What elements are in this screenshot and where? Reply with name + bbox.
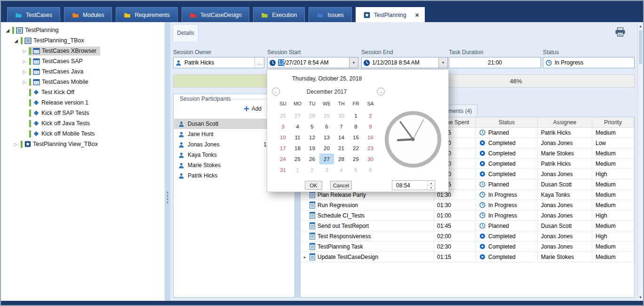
tree-item-testplanning-tbox[interactable]: ◢TestPlanning_TBox (1, 35, 165, 46)
day-cell-29[interactable]: 29 (349, 153, 363, 164)
session-end-field[interactable]: 1/12/2018 8:54 AM ▼ (361, 57, 448, 68)
day-cell-28[interactable]: 28 (305, 110, 319, 121)
tree-item-kick-off-mobile-tests[interactable]: Kick off Mobile Tests (1, 129, 165, 139)
tree-item-testcases-sap[interactable]: ▷TestCases SAP (1, 56, 165, 66)
day-cell-15[interactable]: 15 (349, 132, 363, 143)
day-cell-4[interactable]: 4 (334, 164, 349, 175)
column-header-status[interactable]: Status (476, 117, 538, 127)
spinner-down-icon[interactable]: ▼ (428, 185, 435, 190)
next-month-button[interactable]: → (377, 88, 385, 96)
collapsed-arrow-icon[interactable]: ▷ (21, 59, 28, 64)
tree-item-testplanning[interactable]: ◢TestPlanning (1, 25, 165, 35)
add-participant-button[interactable]: Add (244, 105, 262, 112)
day-cell-31[interactable]: 31 (276, 164, 290, 175)
day-cell-1[interactable]: 1 (349, 110, 363, 121)
day-cell-27-selected[interactable]: 27 (319, 153, 334, 164)
tab-execution[interactable]: Execution (253, 7, 305, 22)
tab-requirements[interactable]: Requirements (116, 7, 178, 22)
task-row-run-regression[interactable]: Run Regression01:30In ProgressJonas Jone… (301, 200, 634, 210)
session-start-dropdown-button[interactable]: ▼ (349, 57, 358, 68)
day-cell-9[interactable]: 9 (363, 121, 378, 132)
day-cell-2[interactable]: 2 (363, 110, 378, 121)
day-cell-14[interactable]: 14 (334, 132, 349, 143)
time-input[interactable]: 08:54 ▲▼ (392, 180, 435, 190)
task-row-testplanning-task[interactable]: TestPlanning Task02:30CompletedJonas Jon… (301, 242, 634, 252)
task-row-test-responsiveness[interactable]: Test Responsiveness02:00CompletedJonas J… (301, 231, 634, 242)
collapsed-arrow-icon[interactable]: ▷ (21, 69, 28, 74)
day-cell-12[interactable]: 12 (305, 132, 319, 143)
day-cell-3[interactable]: 3 (276, 121, 290, 132)
expanded-arrow-icon[interactable]: ◢ (4, 28, 11, 33)
day-cell-25[interactable]: 25 (290, 153, 305, 164)
day-cell-18[interactable]: 18 (290, 143, 305, 153)
status-field[interactable]: In Progress (543, 57, 635, 68)
day-cell-30[interactable]: 30 (363, 153, 378, 164)
day-cell-26[interactable]: 26 (276, 110, 290, 121)
collapsed-arrow-icon[interactable]: ▷ (21, 80, 28, 85)
column-header-assignee[interactable]: Assignee (538, 117, 592, 127)
day-cell-13[interactable]: 13 (319, 132, 334, 143)
day-cell-21[interactable]: 21 (334, 143, 349, 153)
tree-item-release-version-1[interactable]: Release version 1 (1, 97, 165, 108)
day-cell-6[interactable]: 6 (363, 164, 378, 175)
ok-button[interactable]: OK (305, 181, 322, 190)
day-cell-10[interactable]: 10 (276, 132, 290, 143)
tab-testcases[interactable]: TestCases (7, 7, 60, 22)
day-cell-27[interactable]: 27 (290, 110, 305, 121)
task-duration-field[interactable]: 21:00 (449, 57, 541, 68)
day-cell-19[interactable]: 19 (305, 143, 319, 153)
expanded-arrow-icon[interactable]: ◢ (12, 38, 20, 43)
day-cell-16[interactable]: 16 (363, 132, 378, 143)
task-row-schedule-ci-tests[interactable]: Schedule CI_Tests01:00In ProgressJonas J… (301, 210, 634, 221)
day-cell-1[interactable]: 1 (290, 164, 305, 175)
day-cell-3[interactable]: 3 (319, 164, 334, 175)
day-cell-8[interactable]: 8 (349, 121, 363, 132)
printer-icon[interactable] (615, 27, 626, 37)
expand-row-icon[interactable]: ▸ (302, 255, 307, 259)
scroll-up-icon[interactable]: ▲ (638, 23, 643, 29)
vertical-scrollbar[interactable]: ▲ ▼ (637, 22, 643, 301)
tab-testcasedesign[interactable]: TestCaseDesign (182, 7, 249, 22)
tree-item-testcases-mobile[interactable]: ▷TestCases Mobile (1, 77, 165, 87)
day-cell-28[interactable]: 28 (334, 153, 349, 164)
tree-item-kick-off-sap-tests[interactable]: Kick off SAP Tests (1, 108, 165, 118)
day-cell-6[interactable]: 6 (319, 121, 334, 132)
day-cell-26[interactable]: 26 (305, 153, 319, 164)
tab-issues[interactable]: Issues (309, 7, 352, 22)
scroll-down-icon[interactable]: ▼ (638, 294, 643, 300)
day-cell-20[interactable]: 20 (319, 143, 334, 153)
tab-details[interactable]: Details (173, 24, 199, 41)
day-cell-22[interactable]: 22 (349, 143, 363, 153)
task-row-update-testcasedesign[interactable]: ▸Update TestCaseDesign01:15CompletedMari… (301, 252, 634, 262)
collapsed-arrow-icon[interactable]: ▷ (21, 48, 28, 54)
day-cell-24[interactable]: 24 (276, 153, 290, 164)
tree-item-testcases-java[interactable]: ▷TestCases Java (1, 66, 165, 77)
tree-item-testcases-xbrowser[interactable]: ▷TestCases XBrowser (1, 46, 165, 56)
tab-modules[interactable]: Modules (64, 7, 112, 22)
browse-button[interactable]: … (254, 57, 264, 68)
column-header-priority[interactable]: Priority (592, 117, 634, 127)
session-start-field[interactable]: 12/27/2017 8:54 AM ▼ (267, 57, 358, 68)
tab-testplanning[interactable]: TestPlanning× (356, 7, 425, 22)
tree-item-kick-off-java-tests[interactable]: Kick off Java Tests (1, 118, 165, 129)
day-cell-5[interactable]: 5 (305, 121, 319, 132)
session-end-dropdown-button[interactable]: ▼ (438, 57, 447, 68)
spinner-up-icon[interactable]: ▲ (428, 181, 435, 185)
day-cell-11[interactable]: 11 (290, 132, 305, 143)
collapsed-arrow-icon[interactable]: ▷ (12, 142, 20, 147)
sidebar-splitter[interactable] (165, 22, 170, 301)
day-cell-5[interactable]: 5 (349, 164, 363, 175)
session-owner-field[interactable]: Patrik Hicks … (173, 57, 264, 68)
day-cell-29[interactable]: 29 (319, 110, 334, 121)
cancel-button[interactable]: Cancel (330, 181, 352, 190)
task-row-send-out-testreport[interactable]: Send out TestReport01:45PlannedDusan Sco… (301, 221, 634, 231)
day-cell-23[interactable]: 23 (363, 143, 378, 153)
close-tab-icon[interactable]: × (415, 12, 419, 18)
day-cell-17[interactable]: 17 (276, 143, 290, 153)
tree-item-test-kick-off[interactable]: Test Kick Off (1, 87, 165, 97)
scrollbar-thumb[interactable] (639, 30, 642, 64)
day-cell-7[interactable]: 7 (334, 121, 349, 132)
day-cell-4[interactable]: 4 (290, 121, 305, 132)
time-spinner[interactable]: ▲▼ (427, 181, 435, 190)
day-cell-2[interactable]: 2 (305, 164, 319, 175)
